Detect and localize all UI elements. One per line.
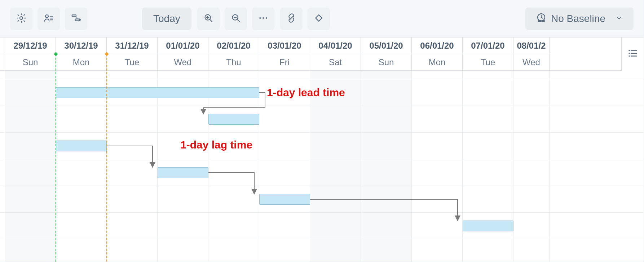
ellipsis-icon [258, 13, 269, 25]
svg-rect-2 [72, 15, 76, 17]
weekday-header: Thu [208, 54, 259, 71]
diamond-icon [313, 13, 324, 25]
svg-rect-12 [542, 21, 544, 22]
weekday-header: Sun [361, 54, 412, 71]
gear-icon [16, 13, 27, 25]
task-bar[interactable] [259, 194, 310, 205]
date-header: 07/01/20 [463, 37, 513, 54]
date-header: 31/12/19 [107, 37, 158, 54]
weekday-header: Sun [5, 54, 56, 71]
zoom-in-button[interactable] [197, 8, 220, 30]
resources-button[interactable] [38, 8, 60, 30]
green-date-marker[interactable] [56, 54, 56, 262]
date-header: 30/12/19 [56, 37, 107, 54]
date-header: 04/01/20 [310, 37, 361, 54]
milestone-button[interactable] [308, 8, 330, 30]
svg-point-8 [265, 17, 267, 19]
zoom-out-icon [230, 13, 241, 25]
weekday-header: Mon [56, 54, 107, 71]
svg-rect-11 [538, 21, 541, 22]
list-icon [627, 48, 638, 60]
baseline-icon [536, 12, 547, 25]
date-header: 02/01/20 [208, 37, 259, 54]
tasks-flow-icon [71, 13, 81, 25]
gantt-app: Today [0, 0, 644, 262]
weekday-header: Mon [412, 54, 463, 71]
chevron-down-icon [615, 13, 623, 25]
more-button[interactable] [252, 8, 274, 30]
weekday-header: Tue [463, 54, 513, 71]
task-bar[interactable] [463, 221, 513, 231]
date-header: 08/01/2 [513, 37, 550, 54]
link-button[interactable] [280, 8, 303, 30]
svg-rect-3 [75, 19, 79, 21]
svg-point-6 [259, 17, 261, 19]
task-bar[interactable] [158, 167, 208, 178]
date-header: 05/01/20 [361, 37, 412, 54]
weekday-header: Fri [259, 54, 310, 71]
timeline-header: 29/12/1930/12/1931/12/1901/01/2002/01/20… [0, 37, 644, 71]
green-marker-icon [53, 51, 59, 57]
orange-marker-icon [104, 51, 110, 57]
link-icon [286, 13, 297, 25]
toolbar: Today [0, 0, 644, 37]
svg-point-1 [45, 15, 48, 18]
date-header: 06/01/20 [412, 37, 463, 54]
orange-date-marker[interactable] [106, 54, 107, 262]
baseline-label: No Baseline [551, 13, 605, 25]
svg-rect-17 [105, 52, 109, 56]
date-header: 03/01/20 [259, 37, 310, 54]
gantt-grid[interactable]: 1-day lead time1-day lag time [0, 71, 644, 262]
user-list-icon [43, 13, 54, 25]
annotation-text: 1-day lead time [267, 86, 345, 99]
dependency-arrows [0, 71, 644, 262]
auto-schedule-button[interactable] [65, 8, 87, 30]
weekday-header: Sat [310, 54, 361, 71]
weekday-header: Wed [158, 54, 208, 71]
today-label: Today [153, 13, 180, 25]
svg-point-13 [628, 50, 630, 52]
date-header: 29/12/19 [5, 37, 56, 54]
svg-point-15 [628, 55, 630, 57]
annotation-text: 1-day lag time [180, 139, 252, 151]
svg-rect-9 [316, 15, 322, 21]
zoom-out-button[interactable] [225, 8, 247, 30]
weekday-header: Tue [107, 54, 158, 71]
task-bar[interactable] [208, 114, 259, 125]
date-header: 01/01/20 [158, 37, 208, 54]
task-bar[interactable] [56, 87, 259, 98]
today-button[interactable]: Today [142, 8, 191, 30]
baseline-dropdown[interactable]: No Baseline [525, 8, 634, 30]
settings-button[interactable] [10, 8, 32, 30]
svg-point-14 [628, 53, 630, 54]
svg-point-0 [20, 17, 23, 19]
task-bar[interactable] [56, 141, 107, 151]
legend-button[interactable] [621, 37, 644, 71]
weekday-header: Wed [513, 54, 550, 71]
svg-rect-16 [54, 52, 58, 56]
svg-point-7 [263, 17, 264, 19]
zoom-in-icon [203, 13, 214, 25]
